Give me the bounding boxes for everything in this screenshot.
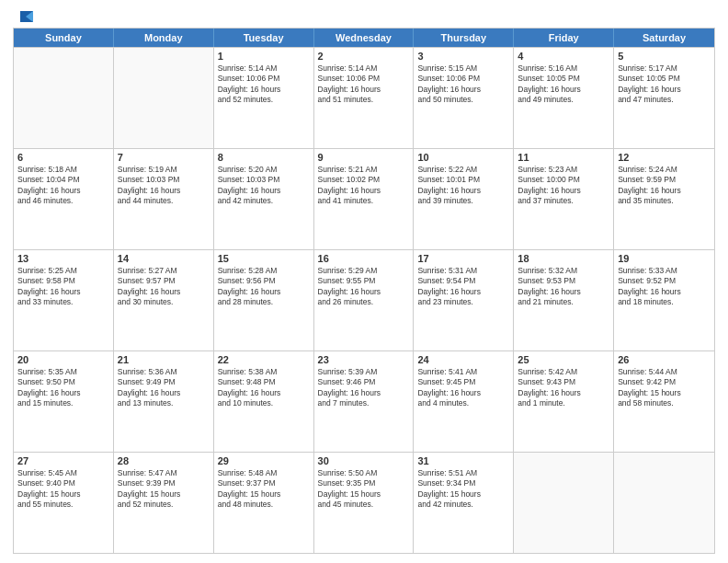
- day-info: Sunrise: 5:25 AM Sunset: 9:58 PM Dayligh…: [17, 266, 109, 308]
- cal-cell: 3Sunrise: 5:15 AM Sunset: 10:06 PM Dayli…: [414, 48, 514, 148]
- cal-cell: [614, 453, 714, 553]
- cal-cell: 29Sunrise: 5:48 AM Sunset: 9:37 PM Dayli…: [214, 453, 314, 553]
- day-number: 12: [618, 152, 711, 163]
- week-row-5: 27Sunrise: 5:45 AM Sunset: 9:40 PM Dayli…: [14, 452, 714, 553]
- day-info: Sunrise: 5:18 AM Sunset: 10:04 PM Daylig…: [17, 165, 109, 207]
- day-info: Sunrise: 5:51 AM Sunset: 9:34 PM Dayligh…: [417, 468, 509, 511]
- cal-cell: 31Sunrise: 5:51 AM Sunset: 9:34 PM Dayli…: [414, 453, 514, 553]
- cal-cell: 11Sunrise: 5:23 AM Sunset: 10:00 PM Dayl…: [514, 149, 614, 249]
- day-number: 1: [218, 51, 310, 62]
- cal-cell: 7Sunrise: 5:19 AM Sunset: 10:03 PM Dayli…: [114, 149, 214, 249]
- day-info: Sunrise: 5:23 AM Sunset: 10:00 PM Daylig…: [518, 165, 609, 207]
- cal-cell: 22Sunrise: 5:38 AM Sunset: 9:48 PM Dayli…: [214, 351, 314, 452]
- day-number: 18: [518, 253, 609, 264]
- day-number: 6: [17, 152, 109, 163]
- cal-cell: [14, 48, 114, 148]
- day-info: Sunrise: 5:36 AM Sunset: 9:49 PM Dayligh…: [118, 367, 210, 409]
- day-number: 11: [518, 152, 609, 163]
- cal-cell: 12Sunrise: 5:24 AM Sunset: 9:59 PM Dayli…: [614, 149, 714, 249]
- calendar-body: 1Sunrise: 5:14 AM Sunset: 10:06 PM Dayli…: [14, 47, 714, 553]
- cal-cell: 24Sunrise: 5:41 AM Sunset: 9:45 PM Dayli…: [414, 351, 514, 452]
- cal-cell: 2Sunrise: 5:14 AM Sunset: 10:06 PM Dayli…: [314, 48, 415, 148]
- calendar-header: SundayMondayTuesdayWednesdayThursdayFrid…: [14, 29, 714, 47]
- header-day-sunday: Sunday: [14, 29, 114, 47]
- day-number: 30: [318, 455, 410, 466]
- day-number: 5: [618, 51, 711, 62]
- day-info: Sunrise: 5:19 AM Sunset: 10:03 PM Daylig…: [118, 165, 210, 207]
- day-info: Sunrise: 5:31 AM Sunset: 9:54 PM Dayligh…: [417, 266, 509, 308]
- page: SundayMondayTuesdayWednesdayThursdayFrid…: [0, 0, 728, 563]
- day-info: Sunrise: 5:44 AM Sunset: 9:42 PM Dayligh…: [618, 367, 711, 409]
- day-info: Sunrise: 5:20 AM Sunset: 10:03 PM Daylig…: [218, 165, 310, 207]
- day-number: 21: [118, 354, 210, 365]
- cal-cell: 18Sunrise: 5:32 AM Sunset: 9:53 PM Dayli…: [514, 250, 614, 350]
- header-day-wednesday: Wednesday: [314, 29, 415, 47]
- cal-cell: 10Sunrise: 5:22 AM Sunset: 10:01 PM Dayl…: [414, 149, 514, 249]
- day-number: 7: [118, 152, 210, 163]
- day-info: Sunrise: 5:35 AM Sunset: 9:50 PM Dayligh…: [17, 367, 109, 409]
- header-day-monday: Monday: [114, 29, 214, 47]
- cal-cell: 14Sunrise: 5:27 AM Sunset: 9:57 PM Dayli…: [114, 250, 214, 350]
- day-number: 17: [417, 253, 509, 264]
- header-day-friday: Friday: [514, 29, 614, 47]
- cal-cell: 8Sunrise: 5:20 AM Sunset: 10:03 PM Dayli…: [214, 149, 314, 249]
- day-number: 29: [218, 455, 310, 466]
- header: [13, 9, 715, 24]
- day-info: Sunrise: 5:39 AM Sunset: 9:46 PM Dayligh…: [318, 367, 410, 409]
- header-day-saturday: Saturday: [614, 29, 714, 47]
- cal-cell: 19Sunrise: 5:33 AM Sunset: 9:52 PM Dayli…: [614, 250, 714, 350]
- day-number: 22: [218, 354, 310, 365]
- day-info: Sunrise: 5:47 AM Sunset: 9:39 PM Dayligh…: [118, 468, 210, 511]
- day-number: 10: [417, 152, 509, 163]
- day-info: Sunrise: 5:32 AM Sunset: 9:53 PM Dayligh…: [518, 266, 609, 308]
- cal-cell: 13Sunrise: 5:25 AM Sunset: 9:58 PM Dayli…: [14, 250, 114, 350]
- day-info: Sunrise: 5:16 AM Sunset: 10:05 PM Daylig…: [518, 63, 609, 106]
- day-info: Sunrise: 5:28 AM Sunset: 9:56 PM Dayligh…: [218, 266, 310, 308]
- calendar: SundayMondayTuesdayWednesdayThursdayFrid…: [13, 28, 715, 554]
- day-info: Sunrise: 5:14 AM Sunset: 10:06 PM Daylig…: [218, 63, 310, 106]
- day-number: 9: [318, 152, 410, 163]
- week-row-3: 13Sunrise: 5:25 AM Sunset: 9:58 PM Dayli…: [14, 249, 714, 350]
- week-row-4: 20Sunrise: 5:35 AM Sunset: 9:50 PM Dayli…: [14, 350, 714, 452]
- day-number: 13: [17, 253, 109, 264]
- logo-icon: [13, 9, 33, 24]
- day-number: 27: [17, 455, 109, 466]
- day-number: 26: [618, 354, 711, 365]
- cal-cell: 16Sunrise: 5:29 AM Sunset: 9:55 PM Dayli…: [314, 250, 415, 350]
- logo: [13, 9, 33, 24]
- cal-cell: 1Sunrise: 5:14 AM Sunset: 10:06 PM Dayli…: [214, 48, 314, 148]
- cal-cell: [514, 453, 614, 553]
- day-info: Sunrise: 5:50 AM Sunset: 9:35 PM Dayligh…: [318, 468, 410, 511]
- cal-cell: 15Sunrise: 5:28 AM Sunset: 9:56 PM Dayli…: [214, 250, 314, 350]
- day-number: 8: [218, 152, 310, 163]
- cal-cell: 30Sunrise: 5:50 AM Sunset: 9:35 PM Dayli…: [314, 453, 415, 553]
- day-number: 16: [318, 253, 410, 264]
- cal-cell: 6Sunrise: 5:18 AM Sunset: 10:04 PM Dayli…: [14, 149, 114, 249]
- day-info: Sunrise: 5:21 AM Sunset: 10:02 PM Daylig…: [318, 165, 410, 207]
- cal-cell: 26Sunrise: 5:44 AM Sunset: 9:42 PM Dayli…: [614, 351, 714, 452]
- cal-cell: [114, 48, 214, 148]
- cal-cell: 9Sunrise: 5:21 AM Sunset: 10:02 PM Dayli…: [314, 149, 415, 249]
- day-number: 15: [218, 253, 310, 264]
- day-info: Sunrise: 5:29 AM Sunset: 9:55 PM Dayligh…: [318, 266, 410, 308]
- day-number: 20: [17, 354, 109, 365]
- day-info: Sunrise: 5:45 AM Sunset: 9:40 PM Dayligh…: [17, 468, 109, 511]
- day-info: Sunrise: 5:22 AM Sunset: 10:01 PM Daylig…: [417, 165, 509, 207]
- cal-cell: 4Sunrise: 5:16 AM Sunset: 10:05 PM Dayli…: [514, 48, 614, 148]
- day-info: Sunrise: 5:48 AM Sunset: 9:37 PM Dayligh…: [218, 468, 310, 511]
- day-number: 23: [318, 354, 410, 365]
- day-info: Sunrise: 5:33 AM Sunset: 9:52 PM Dayligh…: [618, 266, 711, 308]
- day-number: 28: [118, 455, 210, 466]
- cal-cell: 28Sunrise: 5:47 AM Sunset: 9:39 PM Dayli…: [114, 453, 214, 553]
- day-number: 24: [417, 354, 509, 365]
- week-row-1: 1Sunrise: 5:14 AM Sunset: 10:06 PM Dayli…: [14, 47, 714, 148]
- day-info: Sunrise: 5:27 AM Sunset: 9:57 PM Dayligh…: [118, 266, 210, 308]
- day-number: 31: [417, 455, 509, 466]
- cal-cell: 27Sunrise: 5:45 AM Sunset: 9:40 PM Dayli…: [14, 453, 114, 553]
- day-number: 25: [518, 354, 609, 365]
- day-info: Sunrise: 5:15 AM Sunset: 10:06 PM Daylig…: [417, 63, 509, 106]
- cal-cell: 25Sunrise: 5:42 AM Sunset: 9:43 PM Dayli…: [514, 351, 614, 452]
- cal-cell: 20Sunrise: 5:35 AM Sunset: 9:50 PM Dayli…: [14, 351, 114, 452]
- day-info: Sunrise: 5:14 AM Sunset: 10:06 PM Daylig…: [318, 63, 410, 106]
- day-info: Sunrise: 5:38 AM Sunset: 9:48 PM Dayligh…: [218, 367, 310, 409]
